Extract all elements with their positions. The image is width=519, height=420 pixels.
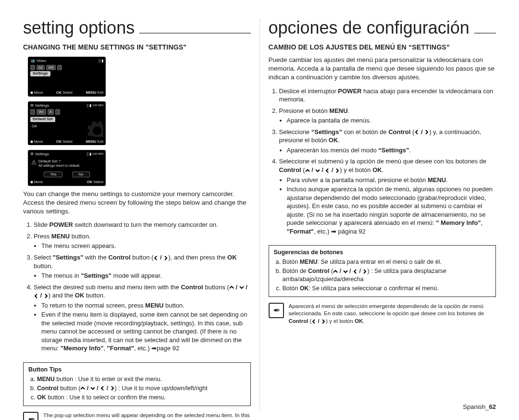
lcd-screen-default-set: ⚙ Settings ▯▮120 MIN ⚠ Default Set ? All…	[28, 150, 106, 185]
step-2: Press MENU button. The menu screen appea…	[34, 232, 251, 250]
gear-icon: ⚙	[30, 104, 34, 108]
button-tips-english: Button Tips MENU button : Use it to ente…	[23, 362, 251, 406]
steps-english: Slide POWER switch downward to turn the …	[23, 221, 251, 356]
manual-page: setting options CHANGING THE MENU SETTIN…	[0, 0, 519, 420]
step-1: Slide POWER switch downward to turn the …	[34, 221, 251, 229]
no-button: No	[72, 172, 89, 178]
intro-spanish: Puede cambiar los ajustes del menú para …	[269, 56, 496, 82]
title-rule	[139, 33, 250, 34]
spanish-column: opciones de configuración CAMBIO DE LOS …	[260, 19, 505, 410]
step-4: Select the desired sub menu and menu ite…	[34, 283, 251, 353]
section-heading-spanish: CAMBIO DE LOS AJUSTES DEL MENÚ EN “SETTI…	[269, 43, 496, 51]
note-english: ✒ The pop-up selection menu will appear …	[23, 412, 251, 420]
lcd-screen-settings: ⚙ Settings ▯▮120 MIN Ver.A Default Set O…	[28, 101, 106, 146]
button-tips-spanish: Sugerencias de botones Botón MENU: Se ut…	[269, 245, 496, 296]
lcd-screen-video: 📹 Video ▯▮ AEWB Settings ◆ Move OK Selec…	[28, 57, 106, 97]
footer-spanish: Spanish_62	[269, 398, 496, 410]
warning-icon: ⚠	[31, 160, 37, 166]
title-spanish: opciones de configuración	[269, 19, 470, 37]
yes-button: Yes	[44, 172, 62, 178]
intro-english: You can change the menu settings to cust…	[23, 190, 251, 216]
english-column: setting options CHANGING THE MENU SETTIN…	[14, 19, 260, 410]
video-icon: 📹	[30, 59, 35, 63]
note-spanish: ✒ Aparecerá el menú de selección emergen…	[269, 303, 496, 325]
steps-spanish: Deslice el interruptor POWER hacia abajo…	[269, 87, 496, 239]
title-english: setting options	[23, 19, 135, 37]
lcd-screens: 📹 Video ▯▮ AEWB Settings ◆ Move OK Selec…	[28, 57, 106, 186]
battery-icon: ▮	[101, 59, 103, 63]
step-3: Select "Settings" with the Control butto…	[34, 253, 251, 280]
note-icon: ✒	[23, 412, 38, 420]
section-heading-english: CHANGING THE MENU SETTINGS IN "SETTINGS"	[23, 43, 251, 51]
card-icon: ▯	[99, 59, 100, 63]
